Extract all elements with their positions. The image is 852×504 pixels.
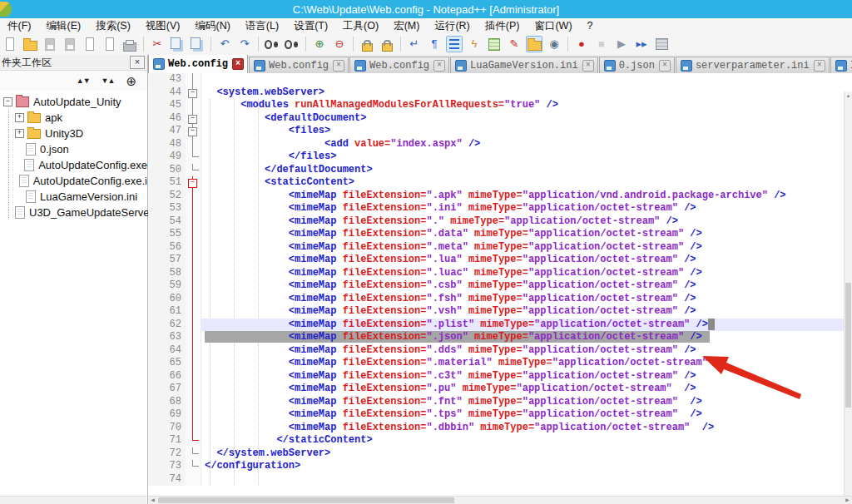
code-line-64[interactable]: 64 <mimeMap fileExtension=".dds" mimeTyp… xyxy=(148,344,852,358)
fold-margin[interactable]: − xyxy=(186,112,201,126)
code-line-46[interactable]: 46− <defaultDocument> xyxy=(148,112,852,126)
find-icon[interactable] xyxy=(264,36,280,52)
close-all-icon[interactable] xyxy=(102,36,118,52)
scroll-up-arrow[interactable]: ▲ xyxy=(845,91,852,100)
menu-item-6[interactable]: 设置(T) xyxy=(286,18,335,34)
code-line-61[interactable]: 61 <mimeMap fileExtension=".vsh" mimeTyp… xyxy=(148,305,852,319)
save-icon[interactable] xyxy=(42,36,58,52)
code-line-44[interactable]: 44− <system.webServer> xyxy=(148,86,852,100)
code-line-48[interactable]: 48 <add value="index.aspx" /> xyxy=(148,138,852,151)
replace-icon[interactable] xyxy=(284,36,300,52)
fold-collapse-icon[interactable]: − xyxy=(188,89,197,98)
code-line-65[interactable]: 65 <mimeMap fileExtension=".material" mi… xyxy=(148,357,852,370)
open-file-icon[interactable] xyxy=(22,36,38,52)
horizontal-scroll-thumb[interactable] xyxy=(158,497,454,503)
tree-item-0-json[interactable]: 0.json xyxy=(0,141,147,157)
zoom-out-icon[interactable]: ⊖ xyxy=(331,36,348,52)
macro-record-icon[interactable]: ● xyxy=(573,36,590,52)
tab-close-icon[interactable]: × xyxy=(433,60,445,72)
tree-expander-icon[interactable]: − xyxy=(3,97,12,106)
folder-as-workspace-icon[interactable] xyxy=(526,36,542,52)
vertical-scrollbar[interactable]: ▲ ▼ xyxy=(844,91,852,497)
fold-margin[interactable]: − xyxy=(186,125,201,138)
macro-run-multiple-icon[interactable]: ▸▸ xyxy=(633,36,650,52)
fold-margin[interactable]: − xyxy=(186,86,201,100)
code-line-67[interactable]: 67 <mimeMap fileExtension=".pu" mimeType… xyxy=(148,383,852,396)
menu-item-7[interactable]: 工具(O) xyxy=(335,18,386,34)
view-eye-icon[interactable]: ◉ xyxy=(546,36,562,52)
menu-item-0[interactable]: 件(F) xyxy=(0,18,38,34)
cut-icon[interactable]: ✂ xyxy=(149,36,166,52)
tab-close-icon[interactable]: × xyxy=(333,60,344,72)
menu-item-11[interactable]: 窗口(W) xyxy=(527,18,579,34)
tree-expander-icon[interactable]: + xyxy=(15,113,24,122)
code-line-56[interactable]: 56 <mimeMap fileExtension=".meta" mimeTy… xyxy=(148,241,852,254)
menu-item-2[interactable]: 搜索(S) xyxy=(88,18,138,34)
code-line-72[interactable]: 72 </system.webServer> xyxy=(148,447,852,461)
code-line-71[interactable]: 71 </staticContent> xyxy=(148,434,852,447)
tab-close-icon[interactable]: × xyxy=(814,60,825,72)
code-line-47[interactable]: 47− <files> xyxy=(148,125,852,138)
horizontal-scrollbar[interactable]: ◀ ▶ xyxy=(148,496,852,504)
tree-item-autoupdateconfig-exe-i[interactable]: AutoUpdateConfig.exe.i xyxy=(0,173,147,189)
zoom-in-icon[interactable]: ⊕ xyxy=(311,36,328,52)
code-line-54[interactable]: 54 <mimeMap fileExtension="." mimeType="… xyxy=(148,215,852,229)
code-line-43[interactable]: 43 xyxy=(148,73,852,86)
code-line-66[interactable]: 66 <mimeMap fileExtension=".c3t" mimeTyp… xyxy=(148,370,852,383)
tab-index-aspx[interactable]: Index.aspx× xyxy=(830,57,852,73)
copy-icon[interactable] xyxy=(169,36,186,52)
collapse-all-icon[interactable]: ▼▲ xyxy=(102,77,115,85)
tab-web-config[interactable]: Web.config× xyxy=(349,57,449,73)
panel-close-button[interactable]: × xyxy=(130,56,145,69)
paste-icon[interactable] xyxy=(189,36,206,52)
fold-collapse-icon[interactable]: − xyxy=(188,115,197,124)
tree-item-luagameversion-ini[interactable]: LuaGameVersion.ini xyxy=(0,189,147,205)
menu-item-12[interactable]: ? xyxy=(580,19,601,32)
locate-file-icon[interactable]: ⊕ xyxy=(126,77,136,85)
scroll-left-arrow[interactable]: ◀ xyxy=(148,497,157,504)
code-line-62[interactable]: 62 <mimeMap fileExtension=".plist" mimeT… xyxy=(148,319,852,332)
tab-web-config[interactable]: Web.config× xyxy=(148,55,248,73)
tree-item-autoupdateconfig-exe[interactable]: AutoUpdateConfig.exe xyxy=(0,157,147,173)
tree-item-unity3d[interactable]: +Unity3D xyxy=(0,126,147,141)
show-all-characters-icon[interactable]: ¶ xyxy=(426,36,443,52)
code-line-45[interactable]: 45 <modules runAllManagedModulesForAllRe… xyxy=(148,99,852,112)
scroll-right-arrow[interactable]: ▶ xyxy=(843,497,852,504)
code-line-49[interactable]: 49 </files> xyxy=(148,151,852,164)
code-line-50[interactable]: 50 </defaultDocument> xyxy=(148,164,852,177)
fold-collapse-icon[interactable]: − xyxy=(188,179,197,188)
tab-0-json[interactable]: 0.json× xyxy=(599,57,675,73)
edit-pen-icon[interactable]: ✎ xyxy=(506,36,523,52)
print-icon[interactable] xyxy=(121,36,138,52)
tab-luagameversion-ini[interactable]: LuaGameVersion.ini× xyxy=(450,57,598,73)
tab-close-icon[interactable]: × xyxy=(232,58,244,70)
word-wrap-icon[interactable]: ↵ xyxy=(406,36,423,52)
move-item-icon[interactable]: ▲▼ xyxy=(77,77,90,85)
new-file-icon[interactable] xyxy=(2,36,18,52)
undo-icon[interactable]: ↶ xyxy=(216,36,233,52)
code-line-59[interactable]: 59 <mimeMap fileExtension=".csb" mimeTyp… xyxy=(148,279,852,293)
fold-collapse-icon[interactable]: − xyxy=(188,127,197,136)
code-line-57[interactable]: 57 <mimeMap fileExtension=".lua" mimeTyp… xyxy=(148,254,852,267)
sync-horizontal-icon[interactable] xyxy=(379,36,395,52)
menu-item-5[interactable]: 语言(L) xyxy=(238,18,286,34)
code-line-53[interactable]: 53 <mimeMap fileExtension=".ini" mimeTyp… xyxy=(148,202,852,215)
menu-item-10[interactable]: 插件(P) xyxy=(478,18,528,34)
menu-item-8[interactable]: 宏(M) xyxy=(386,18,427,34)
macro-stop-icon[interactable]: ■ xyxy=(593,36,610,52)
code-line-51[interactable]: 51− <staticContent> xyxy=(148,176,852,190)
menu-item-9[interactable]: 运行(R) xyxy=(427,18,477,34)
macro-play-icon[interactable]: ▶ xyxy=(613,36,630,52)
code-line-55[interactable]: 55 <mimeMap fileExtension=".data" mimeTy… xyxy=(148,228,852,241)
code-line-69[interactable]: 69 <mimeMap fileExtension=".tps" mimeTyp… xyxy=(148,408,852,422)
panel-horizontal-scrollbar[interactable] xyxy=(0,496,146,504)
function-list-icon[interactable]: ϟ xyxy=(466,36,483,52)
tab-close-icon[interactable]: × xyxy=(582,60,594,72)
tree-item-apk[interactable]: +apk xyxy=(0,110,147,126)
close-icon[interactable] xyxy=(82,36,98,52)
vertical-scroll-thumb[interactable] xyxy=(845,283,851,408)
indent-guide-icon[interactable] xyxy=(446,36,463,52)
code-line-70[interactable]: 70 <mimeMap fileExtension=".dbbin" mimeT… xyxy=(148,422,852,435)
tab-close-icon[interactable]: × xyxy=(659,60,671,72)
tree-item-u3d-gameupdateserve[interactable]: U3D_GameUpdateServe xyxy=(0,205,147,220)
